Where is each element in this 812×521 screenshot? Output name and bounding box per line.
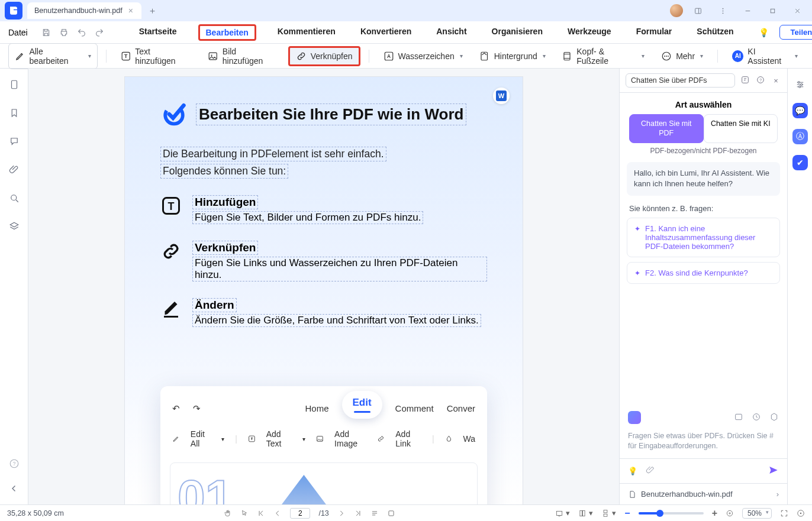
zoom-in-icon[interactable]: + xyxy=(712,508,717,519)
bookmarks-icon[interactable] xyxy=(9,108,20,121)
panel-toggle-icon[interactable] xyxy=(688,2,708,19)
tool-link[interactable]: Verknüpfen xyxy=(288,46,360,66)
layers-icon[interactable] xyxy=(9,221,20,234)
ai-suggestion-2[interactable]: ✦F2. Was sind die Kernpunkte? xyxy=(627,262,780,284)
fit-page-icon[interactable] xyxy=(726,509,734,517)
ai-input-hint: Fragen Sie etwas über PDFs. Drücken Sie … xyxy=(620,428,787,458)
reflow-icon[interactable] xyxy=(370,509,379,517)
fs-tab-convert: Conver xyxy=(447,403,475,413)
right-rail: 💬 Ⓐ ✔ xyxy=(787,69,812,504)
kebab-menu-icon[interactable] xyxy=(713,2,733,19)
menu-ansicht[interactable]: Ansicht xyxy=(433,24,470,41)
undo-icon[interactable] xyxy=(76,28,87,37)
svg-point-27 xyxy=(666,56,667,57)
menu-konvertieren[interactable]: Konvertieren xyxy=(357,24,415,41)
ai-tab-ki[interactable]: Chatten Sie mit KI xyxy=(704,114,778,143)
rail-translate-icon[interactable]: Ⓐ xyxy=(792,129,808,144)
new-tab-button[interactable]: ＋ xyxy=(146,4,159,17)
share-button[interactable]: Teilen xyxy=(779,25,812,40)
tool-ai-assistant[interactable]: AI KI Assistent▾ xyxy=(726,44,804,69)
zoom-level[interactable]: 50% xyxy=(742,508,772,519)
comments-icon[interactable] xyxy=(9,136,20,149)
ai-app-icon[interactable] xyxy=(628,411,641,424)
app-logo[interactable] xyxy=(5,2,22,20)
menu-bearbeiten[interactable]: Bearbeiten xyxy=(198,24,256,41)
ai-help-icon[interactable]: ? xyxy=(755,75,766,86)
first-page-icon[interactable] xyxy=(257,509,265,517)
fs-link-icon xyxy=(377,434,385,444)
close-tab-icon[interactable]: × xyxy=(128,6,133,15)
prev-page-icon[interactable] xyxy=(273,509,282,517)
tool-add-text[interactable]: T Text hinzufügen xyxy=(115,44,198,69)
save-icon[interactable] xyxy=(41,28,51,37)
search-icon[interactable] xyxy=(9,193,20,206)
file-menu[interactable]: Datei xyxy=(8,28,28,37)
svg-text:T: T xyxy=(168,200,175,212)
zoom-slider[interactable] xyxy=(639,512,704,514)
window-maximize[interactable] xyxy=(762,2,782,19)
page-layout-icon[interactable]: ▾ xyxy=(578,509,593,517)
menu-schuetzen[interactable]: Schützen xyxy=(693,24,737,41)
attachments-icon[interactable] xyxy=(9,164,20,177)
rail-chat-icon[interactable]: 💬 xyxy=(792,103,808,118)
tool-add-image[interactable]: Bild hinzufügen xyxy=(202,44,283,69)
svg-text:T: T xyxy=(250,437,253,441)
attach-icon[interactable] xyxy=(646,465,655,477)
document-viewport[interactable]: W Bearbeiten Sie Ihre PDF wie in Word Di… xyxy=(28,69,619,504)
last-page-icon[interactable] xyxy=(354,509,362,517)
clock-icon[interactable] xyxy=(752,412,761,423)
fit-width-icon[interactable]: ▾ xyxy=(555,509,570,517)
ai-search-input[interactable] xyxy=(626,73,735,88)
close-panel-icon[interactable]: × xyxy=(771,76,781,85)
ai-tab-pdf[interactable]: Chatten Sie mit PDF xyxy=(629,114,704,143)
idea-icon[interactable]: 💡 xyxy=(628,467,637,475)
settings-hex-icon[interactable] xyxy=(769,412,779,423)
tool-more[interactable]: Mehr▾ xyxy=(655,48,709,64)
menu-kommentieren[interactable]: Kommentieren xyxy=(274,24,339,41)
hand-tool-icon[interactable] xyxy=(224,509,232,517)
presentation-icon[interactable] xyxy=(797,509,805,517)
svg-text:?: ? xyxy=(759,77,762,82)
redo-icon[interactable] xyxy=(94,28,105,37)
scroll-mode-icon[interactable]: ▾ xyxy=(601,509,616,517)
zoom-out-icon[interactable]: − xyxy=(624,508,630,519)
print-icon[interactable] xyxy=(59,28,69,37)
user-avatar[interactable] xyxy=(670,4,683,17)
tool-watermark[interactable]: A Wasserzeichen▾ xyxy=(378,48,469,64)
fs-hero-number: 01 xyxy=(178,469,233,504)
menu-formular[interactable]: Formular xyxy=(633,24,676,41)
svg-point-48 xyxy=(798,86,800,88)
tool-edit-all[interactable]: Alle bearbeiten▾ xyxy=(8,43,98,69)
read-mode-icon[interactable] xyxy=(387,509,395,517)
ai-suggestion-1[interactable]: ✦F1. Kann ich eine Inhaltszusammenfassun… xyxy=(627,218,780,257)
thumbnails-icon[interactable] xyxy=(9,79,20,92)
help-icon[interactable]: ? xyxy=(9,458,20,471)
text-icon: T xyxy=(121,51,131,62)
chat-history-icon[interactable] xyxy=(734,412,743,423)
section-3-title: Ändern xyxy=(192,298,237,312)
next-page-icon[interactable] xyxy=(337,509,346,517)
menu-startseite[interactable]: Startseite xyxy=(136,24,181,41)
svg-rect-22 xyxy=(564,52,570,60)
tool-header-footer[interactable]: Kopf- & Fußzeile▾ xyxy=(556,44,650,69)
svg-rect-17 xyxy=(210,53,217,60)
rail-check-icon[interactable]: ✔ xyxy=(792,155,808,170)
page-number-input[interactable] xyxy=(290,508,310,519)
window-minimize[interactable] xyxy=(737,2,758,19)
menu-organisieren[interactable]: Organisieren xyxy=(488,24,546,41)
tool-ai-label: KI Assistent xyxy=(747,47,790,66)
rail-sliders-icon[interactable] xyxy=(792,77,808,92)
tool-background[interactable]: Hintergrund▾ xyxy=(473,48,552,64)
ai-current-file[interactable]: Benutzerhandbuch-win.pdf › xyxy=(620,483,787,504)
document-tab[interactable]: Benutzerhandbuch-win.pdf × xyxy=(27,2,141,19)
window-close[interactable] xyxy=(787,2,807,19)
send-icon[interactable] xyxy=(768,465,779,477)
collapse-sidebar-icon[interactable] xyxy=(9,483,20,496)
word-export-badge[interactable]: W xyxy=(493,88,510,104)
select-tool-icon[interactable] xyxy=(240,509,249,517)
menu-werkzeuge[interactable]: Werkzeuge xyxy=(564,24,615,41)
fullscreen-icon[interactable] xyxy=(780,509,788,517)
section-1-title: Hinzufügen xyxy=(192,195,258,209)
lightbulb-icon[interactable]: 💡 xyxy=(759,28,769,37)
prompt-library-icon[interactable] xyxy=(740,75,750,86)
